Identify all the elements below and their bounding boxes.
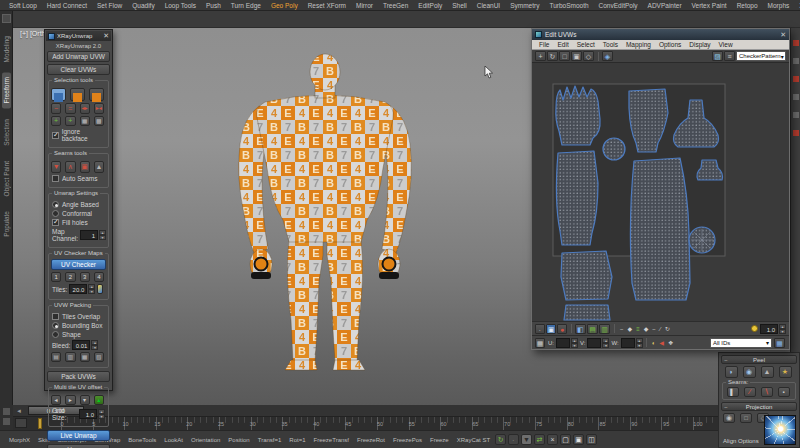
point-to-point-seam-icon[interactable]: ∧ [65, 161, 75, 173]
panel-icon[interactable] [793, 58, 799, 64]
ribbon-tab[interactable]: Freeform [2, 72, 11, 108]
top-toolbar-item[interactable]: Symmetry [505, 2, 544, 9]
loop-selection-icon[interactable]: ◂▸ [80, 103, 90, 114]
vertex-mode-icon[interactable]: ∙ [535, 324, 545, 334]
mirror-tool-icon[interactable]: ◇ [583, 51, 594, 61]
bottom-toolbar-item[interactable]: FreezeTransf [310, 437, 353, 443]
show-map-icon[interactable]: ▨ [712, 51, 723, 61]
convert-seams-icon[interactable]: ▣ [80, 161, 90, 173]
map-channel-input[interactable]: 1 [80, 230, 98, 240]
top-toolbar-item[interactable]: CleanUI [472, 2, 505, 9]
menu-item[interactable]: View [715, 41, 737, 48]
panel-icon[interactable] [793, 40, 799, 46]
quick-peel-icon[interactable]: ◗ [725, 366, 738, 378]
bottom-toolbar-item[interactable]: Transf=1 [254, 437, 286, 443]
scale-tool-icon[interactable]: □ [559, 51, 570, 61]
tiles-input[interactable]: 20.0 [69, 284, 87, 294]
corner-icon[interactable] [3, 418, 10, 425]
refresh-icon[interactable]: ↻ [495, 434, 506, 445]
sub-dash-icon[interactable]: − [652, 326, 656, 332]
offset-v-minus-icon[interactable]: ▾ [80, 395, 90, 405]
v-spinner[interactable]: ▴▾ [602, 338, 609, 348]
absolute-mode-icon[interactable]: ▦ [535, 338, 545, 348]
bottom-toolbar-item[interactable]: Orientation [187, 437, 224, 443]
track-bar[interactable]: 0510152025303540455055606570758085909510… [13, 417, 718, 430]
rotate-tool-icon[interactable]: ↻ [547, 51, 558, 61]
bleed-spinner[interactable]: ▴▾ [91, 340, 98, 350]
bottom-toolbar-item[interactable]: Position [224, 437, 253, 443]
dot-icon[interactable]: ∙ [508, 434, 519, 445]
bottom-toolbar-item[interactable]: BoneTools [124, 437, 160, 443]
tiles-overlap-checkbox[interactable] [52, 313, 59, 320]
top-toolbar-item[interactable]: Reset XForm [303, 2, 351, 9]
v-input[interactable] [587, 338, 601, 348]
unwrap-button[interactable]: Unwrap [47, 444, 110, 448]
falloff-spinner[interactable]: ▴▾ [779, 324, 786, 334]
point-seam-icon[interactable]: ▪ [778, 387, 790, 397]
top-toolbar-item[interactable]: Quadify [127, 2, 159, 9]
character-model[interactable]: E 4 7 B [225, 50, 425, 372]
top-toolbar-item[interactable]: Morphs [763, 2, 795, 9]
u-spinner[interactable]: ▴▾ [571, 338, 578, 348]
grow-selection-icon[interactable]: = [65, 103, 75, 114]
grid-size-input[interactable]: 1.0 [79, 409, 97, 419]
top-toolbar-item[interactable]: Mirror [351, 2, 378, 9]
edit-seams-icon[interactable]: ▼ [51, 161, 61, 173]
save-file-icon[interactable]: ◫ [586, 434, 597, 445]
new-file-icon[interactable]: ▢ [560, 434, 571, 445]
projection-rollout-header[interactable]: − Projection [721, 402, 797, 411]
top-toolbar-item[interactable]: Push [201, 2, 226, 9]
convert-selection-icon[interactable]: ▦ [80, 116, 90, 126]
checker-id-button[interactable]: 1 [51, 272, 61, 282]
invert-selection-icon[interactable]: ▩ [94, 116, 104, 126]
ribbon-collapse-icon[interactable] [2, 14, 11, 23]
bottom-toolbar-item[interactable]: FreezePos [389, 437, 426, 443]
bounding-box-radio[interactable] [52, 322, 59, 329]
menu-item[interactable]: Options [655, 41, 685, 48]
add-loop-icon[interactable]: + [65, 116, 75, 126]
cylindrical-map-icon[interactable]: □ [740, 413, 752, 423]
ribbon-tab[interactable]: Modeling [2, 31, 11, 67]
top-toolbar-item[interactable]: Turn Edge [226, 2, 266, 9]
menu-item[interactable]: Select [573, 41, 599, 48]
edge-seam-icon[interactable]: ▌ [727, 387, 739, 397]
offset-u-minus-icon[interactable]: ◂ [51, 395, 61, 405]
align-pack-icon[interactable]: ▥ [65, 352, 75, 362]
ribbon-tab[interactable]: Object Paint [2, 156, 11, 201]
lightbulb-icon[interactable]: ◐ [652, 340, 656, 346]
close-icon[interactable]: ✕ [103, 32, 109, 40]
freeform-tool-icon[interactable]: ▣ [571, 51, 582, 61]
top-toolbar-item[interactable]: Xrayunwrap [794, 2, 800, 9]
soft-selection-icon[interactable] [751, 325, 758, 332]
shrink-selection-icon[interactable]: − [51, 103, 61, 114]
panel-icon[interactable] [793, 112, 799, 118]
checker-id-button[interactable]: 3 [80, 272, 90, 282]
map-channel-spinner[interactable]: ▴▾ [99, 230, 106, 240]
falloff-input[interactable]: 1.0 [760, 324, 778, 334]
open-file-icon[interactable]: ▣ [573, 434, 584, 445]
peel-mode-icon[interactable]: ◉ [743, 366, 756, 378]
grid-size-spinner[interactable]: ▴▾ [98, 409, 105, 419]
panel-icon[interactable] [793, 130, 799, 136]
tiles-spinner[interactable]: ▴▾ [88, 284, 95, 294]
menu-item[interactable]: Display [685, 41, 714, 48]
move-tool-icon[interactable]: + [535, 51, 546, 61]
top-toolbar-item[interactable]: Set Flow [92, 2, 127, 9]
peel-rollout-header[interactable]: − Peel [721, 355, 797, 364]
top-toolbar-item[interactable]: TreeGen [378, 2, 413, 9]
panel-icon[interactable] [793, 94, 799, 100]
select-face-button[interactable] [89, 88, 104, 101]
live-unwrap-button[interactable]: Live Unwrap [47, 430, 110, 441]
uv-canvas[interactable] [532, 63, 789, 321]
top-toolbar-item[interactable]: Retopo [732, 2, 763, 9]
top-toolbar-item[interactable]: TurboSmooth [544, 2, 593, 9]
select-edge-button[interactable] [70, 88, 85, 101]
track-bar-options-icon[interactable] [15, 418, 27, 428]
add-unwrap-uvw-button[interactable]: Add Unwrap UVW [47, 51, 110, 62]
loop-icon[interactable]: ↻ [665, 325, 670, 332]
pack-uvws-button[interactable]: Pack UVWs [47, 371, 110, 382]
delete-icon[interactable]: × [547, 434, 558, 445]
menu-item[interactable]: Mapping [622, 41, 655, 48]
bottom-toolbar-item[interactable]: XRayCat ST [453, 437, 494, 443]
transfer-icon[interactable]: ⇄ [534, 434, 545, 445]
